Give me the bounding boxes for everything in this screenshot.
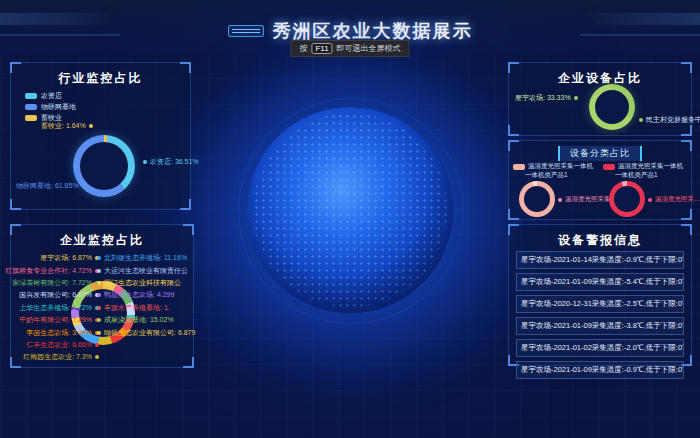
panel-corner: [183, 224, 194, 235]
device-donut-chart[interactable]: [589, 84, 635, 130]
donut-hole: [80, 142, 128, 190]
panel-corner: [183, 357, 194, 368]
callout-dot: [639, 118, 643, 122]
callout-dot: [97, 256, 101, 260]
f11-keycap: F11: [311, 43, 332, 54]
callout-dot: [82, 184, 86, 188]
chart-callout: 温湿度光照采…: [648, 195, 700, 204]
panel-corner: [508, 224, 519, 235]
legend-swatch: [25, 104, 37, 110]
panel-corner: [10, 199, 21, 210]
callout-dot: [97, 306, 101, 310]
chart-callout: 上华生态养殖场: 1.72%: [19, 302, 99, 314]
chart-callout: 闸门生态农业科技有限公: [97, 277, 181, 289]
panel-corner: [180, 62, 191, 73]
globe-visualization: [247, 107, 453, 313]
panel-enterprise-devices: 企业设备占比 星宇农场: 33.33% 民主村党群服务中心:: [508, 62, 692, 136]
chart-callout: 红梅园生态农业: 7.3%: [23, 351, 99, 363]
callout-dot: [97, 293, 101, 297]
donut-hole: [524, 186, 550, 212]
chart-callout: 农资店: 36.51%: [143, 157, 199, 167]
chart-callout: 北刘银生态养殖场: 11.16%: [97, 252, 187, 264]
callout-dot: [574, 96, 578, 100]
panel-corner: [681, 140, 692, 151]
enterprise-labels-left: 星宇农场: 6.87% 红旗粮食专业合作社: 4.72% 家绿茶树有限公司: 7…: [13, 252, 99, 364]
alarm-list: 星宇农场-2021-01-14采集温度:-0.9℃,低于下限:0℃ 星宇农场-2…: [516, 251, 684, 383]
callout-dot: [97, 331, 101, 335]
callout-dot: [648, 198, 652, 202]
callout-dot: [95, 343, 99, 347]
legend-item[interactable]: 一体机类产品1: [603, 171, 691, 180]
alarm-row: 星宇农场-2021-01-02采集温度:-2.0℃,低于下限:0℃: [516, 339, 684, 357]
chart-callout: 颐顿生态农业有限公司: 6.879: [97, 326, 195, 338]
chart-callout: 丰源水产养殖基地: 1.: [97, 302, 170, 314]
chart-callout: 仁丰生态农业: 6.66%: [26, 339, 99, 351]
chart-callout: 国兴发有限公司: 6.87%: [19, 289, 99, 301]
panel-enterprise-monitoring: 企业监控占比 星宇农场: 6.87% 红旗粮食专业合作社: 4.72% 家绿茶树…: [10, 224, 194, 368]
chart-callout: 李国生态农场: 3.43%: [26, 326, 99, 338]
alarm-row: 星宇农场-2021-01-09采集温度:-5.4℃,低于下限:0℃: [516, 273, 684, 291]
legend-item[interactable]: 物联网基地: [25, 101, 76, 112]
legend-swatch: [25, 115, 37, 121]
panel-corner: [681, 125, 692, 136]
chart-callout: 中奶牛有限公司: 7.29%: [19, 314, 99, 326]
legend-item[interactable]: 一体机类产品1: [513, 171, 601, 180]
chart-callout: 星宇农场: 33.33%: [515, 93, 578, 103]
chart-callout: 物联网基地: 61.85%: [16, 181, 86, 191]
device-class-chart-left: 温湿度光照采集一体机 一体机类产品1 温湿度光照采集一…: [513, 162, 601, 219]
legend-swatch: [25, 93, 37, 99]
panel-device-classification: 设备分类占比 温湿度光照采集一体机 一体机类产品1 温湿度光照采集一… 温湿度光…: [508, 140, 692, 220]
enterprise-labels-right: 北刘银生态养殖场: 11.16% 大运河生态牧业有限责任公 闸门生态农业科技有限…: [97, 252, 191, 339]
device-class-donut-right[interactable]: [609, 181, 645, 217]
panel-corner: [508, 125, 519, 136]
panel-title: 企业设备占比: [509, 63, 691, 87]
chart-callout: 星宇农场: 6.87%: [40, 252, 99, 264]
panel-title: 设备分类占比: [558, 146, 642, 161]
panel-corner: [508, 140, 519, 151]
device-class-donut-left[interactable]: [519, 181, 555, 217]
callout-dot: [97, 269, 101, 273]
callout-dot: [89, 124, 93, 128]
tip-prefix: 按: [299, 43, 307, 54]
panel-title: 企业监控占比: [11, 225, 193, 249]
chart-callout: 鸭甜菜生态农场: 4.299: [97, 289, 174, 301]
chart-callout: 大运河生态牧业有限责任公: [97, 264, 188, 276]
tip-suffix: 即可退出全屏模式: [337, 43, 401, 54]
callout-dot: [97, 318, 101, 322]
donut-hole: [614, 186, 640, 212]
alarm-row: 星宇农场-2021-01-09采集温度:-0.9℃,低于下限:0℃: [516, 361, 684, 379]
chart-callout: 民主村党群服务中心:: [639, 115, 700, 125]
chart-callout: 家绿茶树有限公司: 7.72%: [12, 277, 99, 289]
callout-dot: [95, 355, 99, 359]
alarm-row: 星宇农场-2021-01-09采集温度:-3.8℃,低于下限:0℃: [516, 317, 684, 335]
legend-item[interactable]: 温湿度光照采集一体机: [603, 162, 691, 171]
panel-corner: [10, 224, 21, 235]
donut-hole: [595, 90, 629, 124]
callout-dot: [143, 160, 147, 164]
chart-callout: 红旗粮食专业合作社: 4.72%: [5, 264, 99, 276]
legend-item[interactable]: 农资店: [25, 90, 76, 101]
industry-legend: 农资店 物联网基地 畜牧业: [25, 90, 76, 123]
panel-industry-monitoring: 行业监控占比 农资店 物联网基地 畜牧业 畜牧业: 1.64% 农资店: 36.…: [10, 62, 191, 210]
fullscreen-exit-tip: 按 F11 即可退出全屏模式: [290, 40, 409, 57]
legend-swatch: [513, 164, 525, 170]
chart-callout: 成泉浇灌基地: 15.02%: [97, 314, 174, 326]
panel-title: 设备警报信息: [509, 225, 691, 249]
device-class-chart-right: 温湿度光照采集一体机 一体机类产品1 温湿度光照采…: [603, 162, 691, 219]
panel-title: 行业监控占比: [11, 63, 190, 87]
panel-corner: [10, 62, 21, 73]
chart-callout: 畜牧业: 1.64%: [41, 121, 93, 131]
panel-corner: [681, 62, 692, 73]
alarm-row: 星宇农场-2020-12-31采集温度:-2.5℃,低于下限:0℃: [516, 295, 684, 313]
panel-corner: [508, 62, 519, 73]
brand-logo: [228, 25, 264, 37]
callout-dot: [558, 198, 562, 202]
legend-swatch: [603, 164, 615, 170]
callout-dot: [97, 281, 101, 285]
legend-item[interactable]: 温湿度光照采集一体机: [513, 162, 601, 171]
alarm-row: 星宇农场-2021-01-14采集温度:-0.9℃,低于下限:0℃: [516, 251, 684, 269]
dashboard: 秀洲区农业大数据展示 按 F11 即可退出全屏模式 行业监控占比 农资店 物联网…: [0, 0, 700, 438]
panel-corner: [681, 224, 692, 235]
panel-corner: [180, 199, 191, 210]
panel-device-alarms: 设备警报信息 星宇农场-2021-01-14采集温度:-0.9℃,低于下限:0℃…: [508, 224, 692, 366]
